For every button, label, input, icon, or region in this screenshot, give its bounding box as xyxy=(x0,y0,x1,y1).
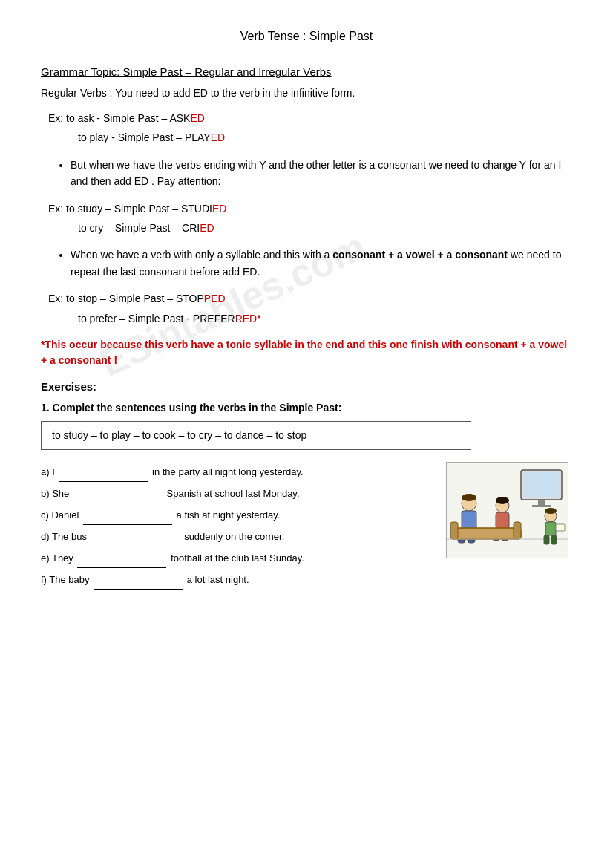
blank-f xyxy=(94,570,183,590)
svg-rect-21 xyxy=(544,535,549,544)
example-ask: Ex: to ask - Simple Past – ASKED xyxy=(48,110,572,126)
example-cry: to cry – Simple Past – CRIED xyxy=(78,220,572,236)
example-ask-text: Ex: to ask - Simple Past – ASK xyxy=(48,112,190,124)
bullet-item-1: But when we have the verbs ending with Y… xyxy=(71,157,572,190)
svg-rect-20 xyxy=(545,522,556,535)
intro-text: Regular Verbs : You need to add ED to th… xyxy=(41,85,572,101)
bullet-list-2: When we have a verb with only a syllable… xyxy=(56,247,572,280)
exercise1-instruction: 1. Complet the sentences using the verbs… xyxy=(41,402,572,414)
svg-rect-3 xyxy=(538,500,545,506)
svg-rect-2 xyxy=(524,472,559,497)
sentence-d: d) The bus suddenly on the corner. xyxy=(41,526,431,546)
example-ask-ed: ED xyxy=(190,112,204,124)
sentences-block: a) I in the party all night long yesterd… xyxy=(41,462,431,590)
example-prefer: to prefer – Simple Past - PREFERRED* xyxy=(78,310,572,327)
example-play: to play - Simple Past – PLAYED xyxy=(78,129,572,146)
exercises-title: Exercises: xyxy=(41,380,572,393)
note-text: *This occur because this verb have a ton… xyxy=(41,337,572,368)
svg-rect-17 xyxy=(514,522,521,539)
sentence-b: b) She Spanish at school last Monday. xyxy=(41,483,431,503)
example-play-text: to play - Simple Past – PLAY xyxy=(78,131,211,143)
example-stop: Ex: to stop – Simple Past – STOPPED xyxy=(48,290,572,307)
svg-rect-15 xyxy=(450,528,521,539)
blank-c xyxy=(83,505,172,525)
blank-a xyxy=(59,462,148,482)
svg-point-23 xyxy=(545,508,557,514)
sentence-a: a) I in the party all night long yesterd… xyxy=(41,462,431,482)
svg-point-14 xyxy=(496,497,509,504)
sentences-column: a) I in the party all night long yesterd… xyxy=(41,462,431,591)
blank-b xyxy=(73,483,163,503)
bullet-item-2: When we have a verb with only a syllable… xyxy=(71,247,572,280)
example-stop-ped: PED xyxy=(204,293,226,304)
bullet-list-1: But when we have the verbs ending with Y… xyxy=(56,157,572,190)
illustration-image xyxy=(446,462,568,558)
example-study: Ex: to study – Simple Past – STUDIED xyxy=(48,200,572,217)
svg-point-9 xyxy=(462,494,476,501)
example-cry-text: to cry – Simple Past – CRI xyxy=(78,222,200,234)
svg-rect-16 xyxy=(450,522,458,539)
bold-consonant: consonant + a vowel + a consonant xyxy=(332,249,508,261)
blank-e xyxy=(77,548,166,568)
svg-rect-6 xyxy=(462,511,476,529)
sentence-c: c) Daniel a fish at night yesterday. xyxy=(41,505,431,525)
illustration-column xyxy=(446,462,572,558)
example-cry-ed: ED xyxy=(200,222,214,234)
example-study-text: Ex: to study – Simple Past – STUDI xyxy=(48,203,212,215)
note-prefix: *This occur because this verb have a ton… xyxy=(41,339,465,350)
example-play-ed: ED xyxy=(211,131,225,143)
sentence-e: e) They football at the club last Sunday… xyxy=(41,548,431,568)
example-prefer-red: RED* xyxy=(235,313,261,324)
sentence-f: f) The baby a lot last night. xyxy=(41,570,431,590)
section-heading: Grammar Topic: Simple Past – Regular and… xyxy=(41,65,572,78)
svg-rect-11 xyxy=(496,512,509,529)
example-study-ed: ED xyxy=(212,203,226,215)
svg-rect-4 xyxy=(532,505,551,507)
example-prefer-text: to prefer – Simple Past - PREFER xyxy=(78,313,235,324)
blank-d xyxy=(91,526,180,546)
svg-rect-22 xyxy=(551,535,557,544)
svg-rect-24 xyxy=(556,524,565,531)
verb-box: to study – to play – to cook – to cry – … xyxy=(41,421,471,450)
bottom-section: a) I in the party all night long yesterd… xyxy=(41,462,572,591)
example-stop-text: Ex: to stop – Simple Past – STOP xyxy=(48,293,204,304)
page-title: Verb Tense : Simple Past xyxy=(41,30,572,43)
